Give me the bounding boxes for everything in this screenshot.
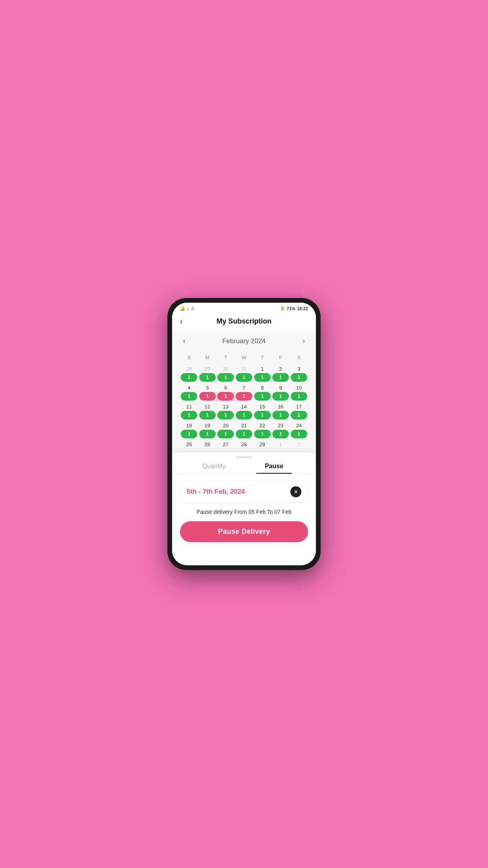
calendar-day-cell[interactable]: 301 — [216, 365, 235, 382]
calendar-day-number: 7 — [242, 384, 245, 391]
calendar-day-cell[interactable]: 101 — [290, 384, 308, 401]
bottom-sheet-content: 5th - 7th Feb, 2024 × Pause delivery Fro… — [172, 474, 316, 548]
calendar-nav: ‹ February 2024 › — [180, 335, 308, 347]
calendar-day-badge: 1 — [254, 392, 271, 401]
calendar-day-cell[interactable]: 41 — [180, 384, 198, 401]
calendar-day-cell[interactable]: 61 — [216, 384, 235, 401]
calendar-month-title: February 2024 — [222, 337, 266, 345]
calendar-day-number: 25 — [186, 441, 192, 448]
calendar-day-cell[interactable]: 121 — [198, 403, 217, 419]
calendar-day-number: 28 — [241, 441, 247, 448]
calendar-day-badge: 1 — [199, 373, 216, 382]
calendar-day-number: 14 — [241, 403, 247, 410]
calendar-day-cell[interactable]: 26 — [198, 441, 217, 448]
calendar-day-cell[interactable]: 151 — [253, 403, 272, 419]
calendar-day-number: 28 — [186, 365, 192, 372]
calendar-day-cell[interactable]: 231 — [272, 422, 290, 438]
calendar-day-number: 22 — [259, 422, 265, 429]
calendar-day-number: 20 — [223, 422, 228, 429]
calendar-day-badge: 1 — [217, 411, 234, 419]
pause-date-range-box: 5th - 7th Feb, 2024 × — [180, 480, 308, 503]
calendar-day-number: 31 — [241, 365, 247, 372]
notification-icon: 🔔 — [180, 306, 185, 311]
calendar-day-badge: 1 — [236, 430, 252, 438]
weekday-thu: T — [253, 353, 272, 362]
next-month-button[interactable]: › — [299, 335, 308, 347]
calendar-day-number: 11 — [186, 403, 192, 410]
calendar-day-number: 3 — [297, 365, 300, 372]
calendar-day-cell[interactable]: 131 — [216, 403, 235, 419]
calendar-day-cell[interactable]: 221 — [253, 422, 272, 438]
status-icons: 🔔 ♪ ⚠ — [180, 306, 195, 311]
calendar-day-badge: 1 — [272, 411, 289, 419]
clock: 18:22 — [297, 306, 308, 311]
calendar-day-cell[interactable]: 161 — [272, 403, 290, 419]
weekday-wed: W — [235, 353, 253, 362]
calendar-day-number: 2 — [297, 441, 300, 448]
phone-frame: 🔔 ♪ ⚠ 🔋 71% 18:22 ‹ My Subscription ‹ Fe… — [167, 298, 321, 570]
calendar-day-number: 15 — [259, 403, 265, 410]
calendar-day-badge: 1 — [272, 392, 289, 401]
pause-description: Pause delivery From 05 Feb To 07 Feb — [180, 509, 308, 515]
calendar-day-cell[interactable]: 51 — [198, 384, 217, 401]
calendar-day-number: 23 — [278, 422, 283, 429]
music-icon: ♪ — [187, 306, 189, 311]
calendar-day-number: 16 — [278, 403, 283, 410]
calendar-day-cell[interactable]: 311 — [235, 365, 253, 382]
calendar-day-cell[interactable]: 291 — [198, 365, 217, 382]
calendar-day-badge: 1 — [181, 373, 197, 382]
calendar-day-cell[interactable]: 171 — [290, 403, 308, 419]
phone-screen: 🔔 ♪ ⚠ 🔋 71% 18:22 ‹ My Subscription ‹ Fe… — [172, 303, 316, 565]
calendar-day-cell[interactable]: 29 — [253, 441, 272, 448]
calendar-day-badge: 1 — [254, 411, 271, 419]
calendar-day-cell[interactable]: 141 — [235, 403, 253, 419]
calendar-day-badge: 1 — [236, 411, 252, 419]
calendar-day-cell[interactable]: 11 — [253, 365, 272, 382]
calendar-day-badge: 1 — [217, 373, 234, 382]
calendar-day-cell[interactable]: 91 — [272, 384, 290, 401]
calendar-day-cell[interactable]: 1 — [272, 441, 290, 448]
bottom-sheet: Quantity Pause 5th - 7th Feb, 2024 × Pau… — [172, 452, 316, 565]
calendar-day-cell[interactable]: 281 — [180, 365, 198, 382]
calendar-day-cell[interactable]: 191 — [198, 422, 217, 438]
calendar-grid: 2812913013111121314151617181911011111211… — [180, 365, 308, 448]
calendar-day-cell[interactable]: 81 — [253, 384, 272, 401]
calendar-day-number: 6 — [224, 384, 227, 391]
calendar-day-cell[interactable]: 111 — [180, 403, 198, 419]
calendar-day-badge: 1 — [181, 411, 197, 419]
calendar-day-badge: 1 — [291, 392, 307, 401]
calendar-day-badge: 1 — [181, 430, 197, 438]
calendar-day-cell[interactable]: 31 — [290, 365, 308, 382]
status-right-group: 🔋 71% 18:22 — [280, 306, 308, 311]
prev-month-button[interactable]: ‹ — [180, 335, 189, 347]
calendar-day-cell[interactable]: 25 — [180, 441, 198, 448]
back-button[interactable]: ‹ — [180, 316, 183, 327]
tab-pause[interactable]: Pause — [244, 463, 304, 474]
calendar-day-cell[interactable]: 28 — [235, 441, 253, 448]
calendar-day-number: 2 — [279, 365, 282, 372]
pause-delivery-button[interactable]: Pause Delivery — [180, 521, 308, 542]
calendar-day-number: 17 — [296, 403, 301, 410]
app-header: ‹ My Subscription — [172, 313, 316, 331]
calendar-day-number: 26 — [205, 441, 210, 448]
calendar-day-badge: 1 — [181, 392, 197, 401]
status-bar: 🔔 ♪ ⚠ 🔋 71% 18:22 — [172, 303, 316, 313]
weekday-mon: M — [198, 353, 217, 362]
calendar-day-badge: 1 — [217, 430, 234, 438]
calendar-day-cell[interactable]: 2 — [290, 441, 308, 448]
calendar-day-number: 29 — [259, 441, 265, 448]
calendar-day-badge: 1 — [291, 430, 307, 438]
calendar-section: ‹ February 2024 › S M T W T F S 28129130… — [172, 331, 316, 452]
calendar-day-number: 5 — [206, 384, 209, 391]
calendar-day-number: 30 — [223, 365, 228, 372]
clear-pause-button[interactable]: × — [290, 486, 301, 497]
calendar-day-cell[interactable]: 201 — [216, 422, 235, 438]
tab-quantity[interactable]: Quantity — [184, 463, 244, 474]
calendar-day-badge: 1 — [291, 411, 307, 419]
calendar-day-cell[interactable]: 27 — [216, 441, 235, 448]
calendar-day-cell[interactable]: 211 — [235, 422, 253, 438]
calendar-day-cell[interactable]: 21 — [272, 365, 290, 382]
calendar-day-cell[interactable]: 241 — [290, 422, 308, 438]
calendar-day-cell[interactable]: 181 — [180, 422, 198, 438]
calendar-day-cell[interactable]: 71 — [235, 384, 253, 401]
